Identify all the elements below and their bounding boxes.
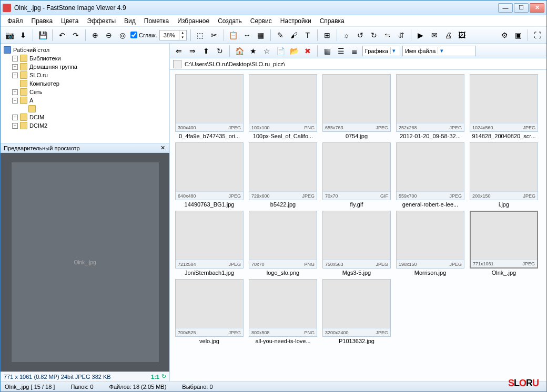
slo-logo: SLORU — [508, 378, 539, 389]
thumbnail[interactable]: 3200x2400JPEGP1013632.jpg — [322, 279, 391, 344]
slideshow-icon[interactable]: ▶ — [415, 29, 427, 41]
text-icon[interactable]: T — [302, 29, 313, 41]
menu-favorites[interactable]: Избранное — [174, 16, 213, 26]
maximize-button[interactable]: ☐ — [514, 3, 529, 13]
skin-icon[interactable]: ▣ — [512, 29, 524, 41]
print-icon[interactable]: 🖨 — [442, 29, 454, 41]
tree-item[interactable]: +SLO.ru — [2, 71, 168, 79]
zoom-out-icon[interactable]: ⊖ — [103, 29, 115, 41]
download-icon[interactable]: ⬇ — [17, 29, 29, 41]
folder-tree[interactable]: Рабочий стол +Библиотеки+Домашняя группа… — [1, 44, 169, 143]
thumbnail[interactable]: 655x763JPEG0754.jpg — [322, 74, 391, 139]
fav2-icon[interactable]: ☆ — [261, 45, 272, 57]
menu-tag[interactable]: Пометка — [140, 16, 173, 26]
email-icon[interactable]: ✉ — [429, 29, 440, 41]
fav1-icon[interactable]: ★ — [247, 45, 259, 57]
forward-icon[interactable]: ⇒ — [187, 45, 198, 57]
menu-file[interactable]: Файл — [4, 16, 27, 26]
close-preview-icon[interactable]: ✕ — [159, 145, 166, 152]
preview-area[interactable]: Olnk_.jpg — [1, 153, 169, 372]
undo-icon[interactable]: ↶ — [56, 29, 68, 41]
tree-item[interactable]: –A — [2, 96, 168, 105]
thumbnail[interactable]: 198x150JPEGMorrison.jpg — [396, 211, 464, 276]
flip-h-icon[interactable]: ⇋ — [382, 29, 393, 41]
minimize-button[interactable]: — — [498, 3, 513, 13]
thumbnail[interactable]: 70x70PNGlogo_slo.png — [249, 211, 317, 276]
smoothing-checkbox[interactable]: Сглаж. — [130, 32, 157, 38]
refresh-icon[interactable]: ↻ — [214, 45, 226, 57]
save-icon[interactable]: 💾 — [37, 29, 48, 41]
menu-edit[interactable]: Правка — [28, 16, 57, 26]
acquire-icon[interactable]: 📷 — [4, 29, 15, 41]
tree-item[interactable]: +DCIM — [2, 113, 168, 121]
rotate-left-icon[interactable]: ↺ — [354, 29, 366, 41]
tree-item[interactable]: +DCIM2 — [2, 121, 168, 130]
thumbnail[interactable]: 100x100PNG100px-Seal_of_Califo... — [249, 74, 317, 139]
thumbnail[interactable]: 252x268JPEG2012-01-20_09-58-32... — [396, 74, 464, 139]
thumbnail[interactable]: 771x1061JPEGOlnk_.jpg — [470, 211, 538, 276]
thumbnail[interactable]: 721x584JPEGJoniSternbach1.jpg — [175, 211, 244, 276]
home-icon[interactable]: 🏠 — [234, 45, 245, 57]
view-list-icon[interactable]: ☰ — [335, 45, 347, 57]
close-button[interactable]: ✕ — [530, 3, 544, 13]
thumbnail[interactable]: 1024x560JPEG914828_20040820_scr... — [470, 74, 538, 139]
flip-v-icon[interactable]: ⇵ — [396, 29, 407, 41]
zoom-in-icon[interactable]: ⊕ — [89, 29, 101, 41]
zoom-down-icon[interactable]: ▼ — [179, 35, 186, 40]
thumbnail-grid[interactable]: 300x400JPEG0_4fa9e_b747435_ori...100x100… — [170, 70, 546, 381]
zoom-actual-icon[interactable]: ◎ — [117, 29, 128, 41]
tree-item[interactable] — [2, 105, 168, 113]
paint-icon[interactable]: 🖌 — [288, 29, 300, 41]
settings-icon[interactable]: ⚙ — [499, 29, 510, 41]
redo-icon[interactable]: ↷ — [70, 29, 82, 41]
menu-colors[interactable]: Цвета — [57, 16, 82, 26]
menu-tools[interactable]: Сервис — [247, 16, 276, 26]
select-icon[interactable]: ⬚ — [195, 29, 206, 41]
path-text[interactable]: C:\Users\SLO.ru\Desktop\SLO.ru_picz\ — [185, 61, 543, 67]
sort-select[interactable]: Имя файла▾ — [402, 46, 476, 56]
rotate-right-icon[interactable]: ↻ — [368, 29, 380, 41]
draw-icon[interactable]: ✎ — [275, 29, 286, 41]
view-thumbs-icon[interactable]: ▦ — [321, 45, 333, 57]
menu-view[interactable]: Вид — [120, 16, 139, 26]
sync-icon[interactable]: ↻ — [161, 373, 166, 380]
tree-item[interactable]: +Библиотеки — [2, 54, 168, 63]
fullscreen-icon[interactable]: ⛶ — [532, 29, 543, 41]
menu-create[interactable]: Создать — [214, 16, 246, 26]
thumb-meta: 559x700JPEG — [397, 191, 464, 200]
tree-item[interactable]: +Сеть — [2, 88, 168, 96]
delete-icon[interactable]: ✖ — [302, 45, 313, 57]
thumbnail[interactable]: 750x563JPEGMgs3-5.jpg — [322, 211, 391, 276]
compare-icon[interactable]: ⊞ — [321, 29, 333, 41]
thumbnail[interactable]: 700x525JPEGvelo.jpg — [175, 279, 244, 344]
thumbnail[interactable]: 729x600JPEGb5422.jpg — [249, 142, 317, 208]
canvas-icon[interactable]: ▦ — [255, 29, 267, 41]
move-icon[interactable]: 📂 — [288, 45, 300, 57]
zoom-input[interactable]: ▲▼ — [159, 30, 187, 40]
clipboard-icon[interactable]: 📋 — [228, 29, 239, 41]
titlebar[interactable]: Olnk_.jpg - FastStone Image Viewer 4.9 —… — [1, 1, 546, 15]
thumb-filename: Olnk_.jpg — [470, 270, 538, 276]
back-icon[interactable]: ⇐ — [173, 45, 185, 57]
tree-item[interactable]: +Домашняя группа — [2, 63, 168, 71]
thumbnail[interactable]: 200x150JPEGi.jpg — [470, 142, 538, 208]
copy-icon[interactable]: 📄 — [275, 45, 286, 57]
thumbnail[interactable]: 640x480JPEG14490763_BG1.jpg — [175, 142, 244, 208]
menu-effects[interactable]: Эффекты — [84, 16, 120, 26]
zoom-up-icon[interactable]: ▲ — [179, 30, 186, 35]
adjust-icon[interactable]: ☼ — [341, 29, 352, 41]
thumbnail[interactable]: 800x508PNGall-you-need-is-love... — [249, 279, 317, 344]
tree-item[interactable]: Компьютер — [2, 79, 168, 88]
thumbnail[interactable]: 559x700JPEGgeneral-robert-e-lee... — [396, 142, 464, 208]
menu-settings[interactable]: Настройки — [277, 16, 315, 26]
view-detail-icon[interactable]: ≣ — [349, 45, 360, 57]
filter-select[interactable]: Графика▾ — [362, 46, 400, 56]
resize-icon[interactable]: ↔ — [241, 29, 253, 41]
crop-icon[interactable]: ✂ — [208, 29, 220, 41]
menu-help[interactable]: Справка — [316, 16, 348, 26]
wallpaper-icon[interactable]: 🖼 — [456, 29, 468, 41]
up-icon[interactable]: ⬆ — [200, 45, 212, 57]
thumbnail[interactable]: 300x400JPEG0_4fa9e_b747435_ori... — [175, 74, 244, 139]
thumbnail[interactable]: 70x70GIFfly.gif — [322, 142, 391, 208]
tree-root[interactable]: Рабочий стол — [2, 46, 168, 54]
